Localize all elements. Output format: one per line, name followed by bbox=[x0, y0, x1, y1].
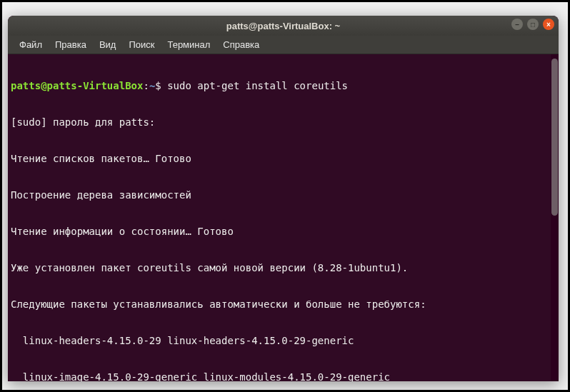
terminal-body[interactable]: patts@patts-VirtualBox:~$ sudo apt-get i… bbox=[8, 54, 559, 381]
terminal-line: linux-headers-4.15.0-29 linux-headers-4.… bbox=[11, 335, 556, 347]
menu-edit[interactable]: Правка bbox=[49, 36, 92, 53]
window-title: patts@patts-VirtualBox: ~ bbox=[226, 21, 340, 31]
prompt-symbol: $ bbox=[155, 80, 167, 91]
scrollbar[interactable] bbox=[551, 54, 559, 381]
menu-terminal[interactable]: Терминал bbox=[161, 36, 216, 53]
minimize-icon: – bbox=[515, 21, 519, 29]
terminal-line: patts@patts-VirtualBox:~$ sudo apt-get i… bbox=[11, 80, 556, 92]
terminal-line: Построение дерева зависимостей bbox=[11, 189, 556, 201]
titlebar: patts@patts-VirtualBox: ~ – □ × bbox=[8, 16, 559, 36]
terminal-line: Следующие пакеты устанавливались автомат… bbox=[11, 298, 556, 311]
terminal-line: Уже установлен пакет coreutils самой нов… bbox=[11, 262, 556, 274]
maximize-icon: □ bbox=[531, 21, 535, 29]
menu-file[interactable]: Файл bbox=[14, 36, 48, 53]
close-button[interactable]: × bbox=[543, 19, 554, 30]
scrollbar-thumb[interactable] bbox=[551, 59, 558, 216]
menu-help[interactable]: Справка bbox=[217, 36, 265, 53]
prompt-colon: : bbox=[143, 80, 149, 91]
menubar: Файл Правка Вид Поиск Терминал Справка bbox=[8, 36, 559, 54]
terminal-window: patts@patts-VirtualBox: ~ – □ × Файл Пра… bbox=[8, 16, 559, 381]
terminal-line: linux-image-4.15.0-29-generic linux-modu… bbox=[11, 371, 556, 381]
terminal-line: Чтение информации о состоянии… Готово bbox=[11, 226, 556, 238]
menu-search[interactable]: Поиск bbox=[123, 36, 160, 53]
maximize-button[interactable]: □ bbox=[527, 19, 539, 30]
terminal-line: [sudo] пароль для patts: bbox=[11, 116, 556, 129]
prompt-user: patts@patts-VirtualBox bbox=[11, 80, 143, 91]
window-controls: – □ × bbox=[511, 19, 554, 30]
close-icon: × bbox=[546, 21, 551, 29]
menu-view[interactable]: Вид bbox=[94, 36, 122, 53]
terminal-line: Чтение списков пакетов… Готово bbox=[11, 153, 556, 165]
minimize-button[interactable]: – bbox=[511, 19, 523, 30]
command-text: sudo apt-get install coreutils bbox=[167, 80, 348, 91]
